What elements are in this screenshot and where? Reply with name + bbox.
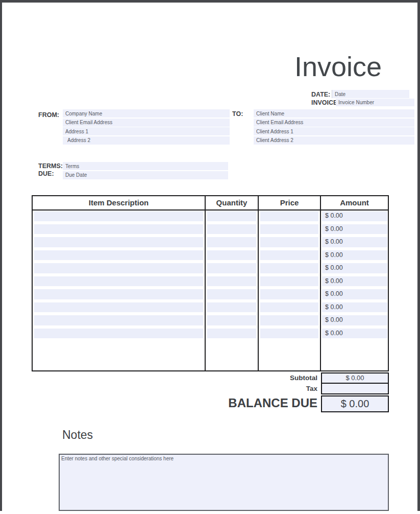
- from-email-input[interactable]: [63, 119, 230, 127]
- quantity-input[interactable]: [207, 224, 256, 235]
- quantity-column: Quantity: [206, 196, 259, 370]
- page-border-top: [0, 0, 420, 3]
- amount-cell[interactable]: $ 0.00: [322, 302, 387, 313]
- price-cells: [259, 211, 320, 370]
- balance-due-value[interactable]: $ 0.00: [321, 395, 389, 412]
- quantity-input[interactable]: [207, 211, 256, 221]
- item-description-input[interactable]: [34, 237, 203, 247]
- items-table: Item Description Quantity: [32, 195, 389, 371]
- price-input[interactable]: [260, 329, 318, 339]
- header-amount: Amount: [321, 196, 388, 211]
- amount-cell[interactable]: $ 0.00: [322, 289, 387, 299]
- item-description-input[interactable]: [34, 302, 203, 313]
- price-input[interactable]: [260, 237, 318, 247]
- amount-cell[interactable]: $ 0.00: [322, 250, 387, 261]
- terms-input[interactable]: [63, 162, 228, 170]
- amount-cell[interactable]: $ 0.00: [322, 224, 387, 235]
- subtotal-label: Subtotal: [153, 372, 317, 384]
- item-description-input[interactable]: [34, 263, 203, 273]
- amount-cell[interactable]: $ 0.00: [322, 263, 387, 273]
- price-input[interactable]: [260, 224, 318, 235]
- item-description-input[interactable]: [34, 224, 203, 235]
- item-description-input[interactable]: [34, 250, 203, 261]
- price-input[interactable]: [260, 211, 318, 221]
- item-description-input[interactable]: [34, 329, 203, 339]
- to-client-address1-input[interactable]: [254, 127, 414, 135]
- item-description-cells: [33, 211, 205, 370]
- page-title: Invoice: [0, 51, 382, 82]
- price-column: Price: [259, 196, 321, 370]
- quantity-cells: [206, 211, 258, 370]
- invoice-page: Invoice DATE: INVOICE FROM: TO: TERMS: D…: [0, 0, 420, 514]
- date-input[interactable]: [332, 90, 409, 98]
- to-client-name-input[interactable]: [254, 109, 414, 118]
- quantity-input[interactable]: [207, 263, 256, 273]
- price-input[interactable]: [260, 302, 318, 313]
- price-input[interactable]: [260, 315, 318, 325]
- due-label: DUE:: [38, 170, 54, 177]
- amount-cell[interactable]: $ 0.00: [322, 329, 387, 339]
- from-address1-input[interactable]: [63, 127, 230, 135]
- terms-label: TERMS:: [38, 162, 63, 170]
- price-input[interactable]: [260, 250, 318, 261]
- item-description-input[interactable]: [34, 289, 203, 299]
- quantity-input[interactable]: [207, 276, 256, 287]
- header-quantity: Quantity: [206, 196, 258, 211]
- date-label: DATE:: [311, 91, 330, 98]
- balance-due-label: BALANCE DUE: [153, 394, 317, 412]
- amount-cell[interactable]: $ 0.00: [322, 211, 387, 221]
- amount-cells: $ 0.00 $ 0.00 $ 0.00 $ 0.00 $ 0.00 $ 0.0…: [321, 211, 388, 370]
- quantity-input[interactable]: [207, 302, 256, 313]
- tax-label: Tax: [153, 383, 317, 394]
- invoice-number-label: INVOICE: [311, 99, 337, 106]
- item-description-input[interactable]: [34, 276, 203, 287]
- due-date-input[interactable]: [63, 171, 228, 179]
- amount-cell[interactable]: $ 0.00: [322, 237, 387, 247]
- subtotal-value[interactable]: $ 0.00: [321, 372, 389, 384]
- page-border-right: [417, 0, 420, 511]
- quantity-input[interactable]: [207, 329, 256, 339]
- quantity-input[interactable]: [207, 237, 256, 247]
- header-item-description: Item Description: [33, 196, 205, 211]
- item-description-input[interactable]: [34, 211, 203, 221]
- price-input[interactable]: [260, 289, 318, 299]
- from-company-input[interactable]: [63, 109, 230, 118]
- item-description-column: Item Description: [33, 196, 206, 370]
- notes-heading: Notes: [62, 428, 93, 442]
- amount-cell[interactable]: $ 0.00: [322, 315, 387, 325]
- amount-cell[interactable]: $ 0.00: [322, 276, 387, 287]
- invoice-number-input[interactable]: [336, 99, 414, 107]
- quantity-input[interactable]: [207, 289, 256, 299]
- to-client-address2-input[interactable]: [254, 136, 414, 145]
- quantity-input[interactable]: [207, 250, 256, 261]
- price-input[interactable]: [260, 276, 318, 287]
- from-label: FROM:: [38, 111, 59, 119]
- price-input[interactable]: [260, 263, 318, 273]
- to-client-email-input[interactable]: [254, 119, 414, 127]
- item-description-input[interactable]: [34, 315, 203, 325]
- tax-input[interactable]: [321, 384, 389, 394]
- header-price: Price: [259, 196, 320, 211]
- quantity-input[interactable]: [207, 315, 256, 325]
- from-address2-input[interactable]: [63, 136, 230, 145]
- amount-column: Amount $ 0.00 $ 0.00 $ 0.00 $ 0.00 $ 0.0…: [321, 196, 388, 370]
- to-label: TO:: [232, 110, 243, 118]
- notes-textarea[interactable]: [59, 454, 389, 511]
